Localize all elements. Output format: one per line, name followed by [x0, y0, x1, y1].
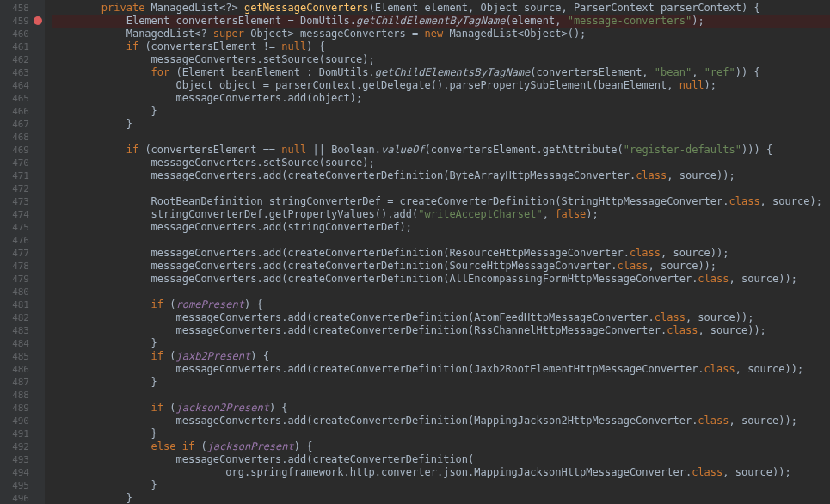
- token: null: [679, 79, 704, 91]
- line-number[interactable]: 473: [0, 195, 45, 208]
- line-number[interactable]: 460: [0, 28, 45, 40]
- code-line[interactable]: else if (jacksonPresent) {: [52, 440, 830, 453]
- line-number[interactable]: 474: [0, 208, 45, 221]
- code-line[interactable]: messageConverters.add(stringConverterDef…: [52, 221, 830, 234]
- code-line[interactable]: messageConverters.add(createConverterDef…: [52, 260, 830, 273]
- line-number[interactable]: 462: [0, 53, 45, 66]
- code-line[interactable]: [52, 182, 830, 195]
- code-line[interactable]: [52, 389, 830, 402]
- code-line[interactable]: }: [52, 118, 830, 131]
- line-number[interactable]: 468: [0, 131, 45, 144]
- code-line[interactable]: }: [52, 427, 830, 440]
- line-number[interactable]: 480: [0, 286, 45, 298]
- code-line[interactable]: messageConverters.add(createConverterDef…: [52, 415, 830, 427]
- token: ManagedList<?>: [144, 2, 244, 14]
- token: for: [101, 66, 169, 78]
- code-line[interactable]: messageConverters.add(createConverterDef…: [52, 273, 830, 286]
- code-line[interactable]: [52, 286, 830, 298]
- code-line[interactable]: }: [52, 492, 830, 504]
- line-number[interactable]: 464: [0, 79, 45, 92]
- line-number[interactable]: 467: [0, 118, 45, 131]
- line-number[interactable]: 461: [0, 40, 45, 53]
- code-line[interactable]: for (Element beanElement : DomUtils.getC…: [52, 66, 830, 79]
- token: , source));: [735, 363, 803, 375]
- line-number[interactable]: 496: [0, 492, 45, 504]
- code-line[interactable]: [52, 234, 830, 247]
- code-line[interactable]: ManagedList<? super Object> messageConve…: [52, 28, 830, 40]
- line-number[interactable]: 471: [0, 169, 45, 182]
- code-line[interactable]: if (convertersElement != null) {: [52, 40, 830, 53]
- code-line[interactable]: messageConverters.setSource(source);: [52, 53, 830, 66]
- line-number[interactable]: 488: [0, 389, 45, 402]
- line-number[interactable]: 490: [0, 415, 45, 427]
- token: (: [194, 440, 206, 452]
- line-number[interactable]: 477: [0, 247, 45, 260]
- line-number[interactable]: 458: [0, 2, 45, 15]
- code-line[interactable]: }: [52, 105, 830, 118]
- code-line[interactable]: [52, 131, 830, 144]
- line-number[interactable]: 476: [0, 234, 45, 247]
- code-line[interactable]: }: [52, 376, 830, 389]
- code-line[interactable]: if (romePresent) {: [52, 298, 830, 311]
- gutter[interactable]: 4584594604614624634644654664674684694704…: [0, 0, 45, 504]
- line-number[interactable]: 485: [0, 350, 45, 363]
- line-number[interactable]: 478: [0, 260, 45, 273]
- code-line[interactable]: RootBeanDefinition stringConverterDef = …: [52, 195, 830, 208]
- line-number[interactable]: 479: [0, 273, 45, 286]
- line-number[interactable]: 466: [0, 105, 45, 118]
- line-number[interactable]: 470: [0, 157, 45, 169]
- code-line[interactable]: }: [52, 479, 830, 492]
- token: "bean": [655, 66, 692, 78]
- code-line[interactable]: if (convertersElement == null || Boolean…: [52, 144, 830, 157]
- line-number[interactable]: 487: [0, 376, 45, 389]
- line-number[interactable]: 489: [0, 402, 45, 415]
- code-line[interactable]: if (jackson2Present) {: [52, 402, 830, 415]
- line-number[interactable]: 494: [0, 466, 45, 479]
- token: (Element element, Object source, ParserC…: [368, 2, 759, 14]
- line-number[interactable]: 484: [0, 337, 45, 350]
- line-number[interactable]: 481: [0, 298, 45, 311]
- line-number[interactable]: 459: [0, 15, 45, 28]
- line-number[interactable]: 483: [0, 324, 45, 337]
- code-line[interactable]: messageConverters.add(createConverterDef…: [52, 363, 830, 376]
- code-editor[interactable]: 4584594604614624634644654664674684694704…: [0, 0, 830, 504]
- code-line[interactable]: messageConverters.add(createConverterDef…: [52, 324, 830, 337]
- code-line[interactable]: Element convertersElement = DomUtils.get…: [52, 15, 830, 28]
- line-number[interactable]: 472: [0, 182, 45, 195]
- code-line[interactable]: }: [52, 337, 830, 350]
- line-number[interactable]: 486: [0, 363, 45, 376]
- code-line[interactable]: stringConverterDef.getPropertyValues().a…: [52, 208, 830, 221]
- token: messageConverters.add(createConverterDef…: [101, 324, 667, 336]
- token: if: [101, 402, 163, 414]
- line-number[interactable]: 469: [0, 144, 45, 157]
- code-area[interactable]: private ManagedList<?> getMessageConvert…: [45, 0, 830, 504]
- code-line[interactable]: org.springframework.http.converter.json.…: [52, 466, 830, 479]
- code-line[interactable]: messageConverters.add(createConverterDef…: [52, 169, 830, 182]
- token: , source);: [760, 195, 822, 207]
- line-number[interactable]: 463: [0, 66, 45, 79]
- code-line[interactable]: messageConverters.add(createConverterDef…: [52, 247, 830, 260]
- code-line[interactable]: if (jaxb2Present) {: [52, 350, 830, 363]
- code-line[interactable]: private ManagedList<?> getMessageConvert…: [52, 2, 830, 15]
- token: (: [163, 350, 175, 362]
- token: ) {: [244, 298, 263, 310]
- token: class: [636, 169, 667, 181]
- code-line[interactable]: Object object = parserContext.getDelegat…: [52, 79, 830, 92]
- line-number[interactable]: 465: [0, 92, 45, 105]
- line-number[interactable]: 482: [0, 311, 45, 324]
- token: valueOf: [381, 144, 425, 156]
- token: messageConverters.add(createConverterDef…: [101, 247, 630, 259]
- code-line[interactable]: messageConverters.setSource(source);: [52, 157, 830, 169]
- line-number[interactable]: 491: [0, 427, 45, 440]
- token: messageConverters.add(createConverterDef…: [101, 273, 698, 285]
- code-line[interactable]: messageConverters.add(createConverterDef…: [52, 311, 830, 324]
- code-line[interactable]: messageConverters.add(createConverterDef…: [52, 453, 830, 466]
- token: class: [698, 273, 729, 285]
- line-number[interactable]: 495: [0, 479, 45, 492]
- code-line[interactable]: messageConverters.add(object);: [52, 92, 830, 105]
- token: Element convertersElement = DomUtils.: [101, 15, 356, 27]
- line-number[interactable]: 492: [0, 440, 45, 453]
- line-number[interactable]: 493: [0, 453, 45, 466]
- line-number[interactable]: 475: [0, 221, 45, 234]
- token: }: [101, 492, 132, 504]
